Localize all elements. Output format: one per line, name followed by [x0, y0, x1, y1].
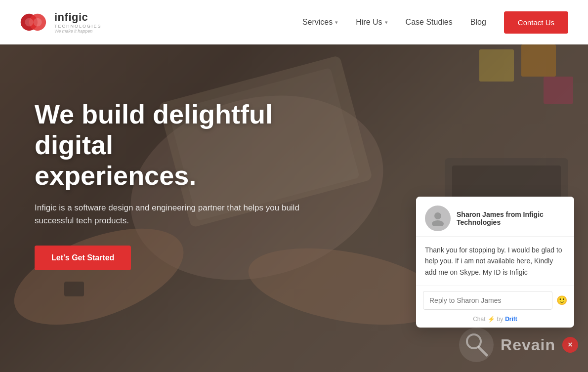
hero-title: We build delightful digital experiences.	[35, 99, 331, 191]
revain-watermark: Revain ×	[459, 328, 578, 362]
chevron-down-icon: ▾	[385, 19, 388, 26]
logo-icon	[20, 7, 49, 37]
nav-item-case-studies[interactable]: Case Studies	[406, 18, 453, 27]
chat-input-area: 🙂	[416, 286, 574, 313]
navbar: infigic TECHNOLOGIES We make it happen S…	[0, 0, 588, 44]
svg-rect-14	[64, 282, 84, 296]
revain-label: Revain	[501, 336, 555, 354]
hero-section: We build delightful digital experiences.…	[0, 0, 588, 372]
nav-item-blog[interactable]: Blog	[470, 18, 486, 27]
chat-message: Thank you for stopping by. I would be gl…	[425, 245, 565, 278]
lightning-icon: ⚡	[488, 316, 495, 323]
nav-links: Services ▾ Hire Us ▾ Case Studies Blog C…	[302, 11, 568, 34]
chat-footer: Chat ⚡ by Drift	[416, 313, 574, 328]
avatar	[425, 206, 451, 231]
svg-point-2	[25, 18, 33, 26]
brand-name: infigic	[54, 11, 102, 24]
svg-point-17	[459, 328, 494, 362]
svg-rect-9	[544, 77, 573, 104]
chat-agent-name: Sharon James from Infigic Technologies	[457, 210, 565, 226]
hero-subtitle: Infigic is a software design and enginee…	[35, 202, 331, 227]
chat-footer-label: Chat	[473, 316, 485, 323]
svg-rect-8	[521, 44, 556, 77]
chat-input[interactable]	[423, 291, 552, 310]
svg-point-3	[33, 18, 42, 26]
logo[interactable]: infigic TECHNOLOGIES We make it happen	[20, 7, 102, 37]
hero-content: We build delightful digital experiences.…	[35, 99, 331, 270]
emoji-button[interactable]: 🙂	[556, 295, 567, 306]
chevron-down-icon: ▾	[335, 19, 338, 26]
person-icon	[430, 211, 445, 226]
brand-subtitle: TECHNOLOGIES	[54, 24, 102, 29]
contact-us-button[interactable]: Contact Us	[504, 11, 568, 34]
chat-body: Thank you for stopping by. I would be gl…	[416, 237, 574, 286]
revain-close-button[interactable]: ×	[562, 337, 578, 353]
chat-header: Sharon James from Infigic Technologies	[416, 197, 574, 237]
chat-widget: Sharon James from Infigic Technologies T…	[416, 197, 574, 328]
logo-text: infigic TECHNOLOGIES We make it happen	[54, 11, 102, 34]
brand-tagline: We make it happen	[54, 29, 102, 34]
drift-link[interactable]: Drift	[505, 316, 517, 323]
cta-button[interactable]: Let's Get Started	[35, 246, 131, 270]
svg-rect-7	[479, 49, 514, 82]
chat-footer-by: by	[497, 316, 504, 323]
nav-item-services[interactable]: Services ▾	[302, 18, 338, 27]
svg-point-15	[434, 212, 441, 219]
nav-item-hire-us[interactable]: Hire Us ▾	[356, 18, 387, 27]
svg-point-16	[432, 220, 444, 226]
revain-icon	[459, 328, 494, 362]
